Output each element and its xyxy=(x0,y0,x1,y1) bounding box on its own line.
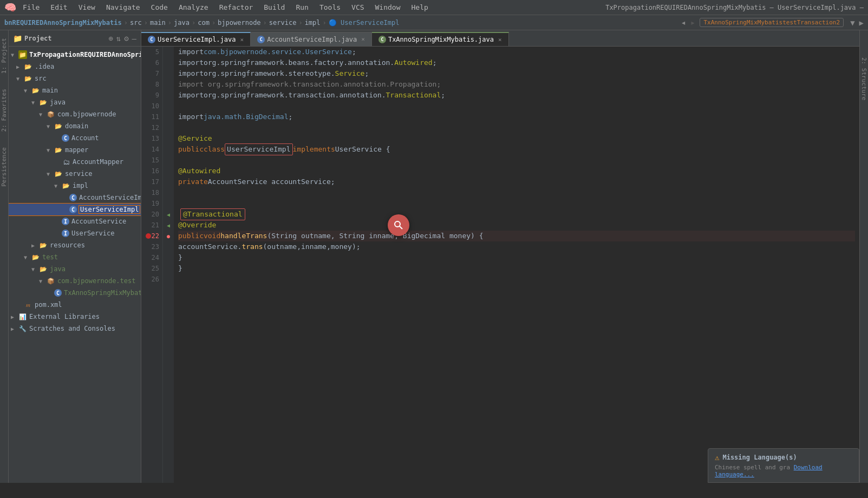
menu-code[interactable]: Code xyxy=(147,2,172,12)
breadcrumb-class[interactable]: 🔵 UserServiceImpl xyxy=(329,19,400,27)
gutter: ◀ ◀ ● xyxy=(163,47,174,483)
tab-close-userserviceimpl[interactable]: × xyxy=(240,36,244,43)
code-content[interactable]: import com.bjpowernode.service.UserServi… xyxy=(174,47,859,483)
sidebar-tab-favorites[interactable]: 2: Favorites xyxy=(0,87,9,134)
window-title: TxPropagationREQUIREDAnnoSpringMixMybati… xyxy=(605,4,864,11)
tree-item-accountmapper[interactable]: ▶ 🗂 AccountMapper xyxy=(9,156,141,168)
breadcrumb-src[interactable]: src xyxy=(130,19,142,27)
breadcrumb-back-icon[interactable]: ◂ xyxy=(681,17,686,28)
tree-item-accountservice[interactable]: ▶ I AccountService xyxy=(9,215,141,227)
tab-txanno[interactable]: C TxAnnoSpringMixMybatis.java × xyxy=(372,32,509,46)
line-7: 7 xyxy=(145,68,159,79)
tree-item-mapper[interactable]: ▼ 📂 mapper xyxy=(9,144,141,156)
breadcrumb-impl[interactable]: impl xyxy=(305,19,321,27)
project-close-btn[interactable]: — xyxy=(132,34,136,43)
menu-refactor[interactable]: Refactor xyxy=(215,2,258,12)
tree-item-scratches[interactable]: ▶ 🔧 Scratches and Consoles xyxy=(9,323,141,335)
tree-label-impl: impl xyxy=(73,182,88,189)
tree-label-scratches: Scratches and Consoles xyxy=(29,325,115,332)
tree-item-accountserviceimpl[interactable]: ▶ C AccountServiceImpl xyxy=(9,192,141,204)
tree-icon-account: C xyxy=(62,134,69,142)
tree-item-userserviceimpl[interactable]: ▶ C UserServiceImpl xyxy=(9,204,141,215)
sidebar-tab-persistence[interactable]: Persistence xyxy=(0,145,9,189)
tree-icon-extlibs: 📊 xyxy=(18,312,27,321)
search-button[interactable] xyxy=(388,214,409,236)
menu-window[interactable]: Window xyxy=(371,2,405,12)
code-line-15 xyxy=(178,155,855,166)
gutter-14 xyxy=(163,144,174,155)
breadcrumb-java[interactable]: java xyxy=(174,19,190,27)
sidebar-tab-structure[interactable]: 2: Structure xyxy=(860,57,867,100)
menu-vcs[interactable]: VCS xyxy=(347,2,368,12)
tree-item-src[interactable]: ▼ 📂 src xyxy=(9,73,141,84)
project-settings-btn[interactable]: ⚙ xyxy=(124,34,128,43)
tree-arrow-test: ▼ xyxy=(24,254,31,260)
warning-icon: ⚠ xyxy=(715,453,719,462)
tree-item-account[interactable]: ▶ C Account xyxy=(9,132,141,144)
tab-label-userserviceimpl: UserServiceImpl.java xyxy=(158,36,236,43)
tree-arrow-resources: ▶ xyxy=(31,243,39,248)
debug-config-label[interactable]: TxAnnoSpringMixMybatistestTransaction2 xyxy=(700,18,844,27)
tree-label-testpkg: com.bjpowernode.test xyxy=(57,277,136,285)
tree-item-pomxml[interactable]: ▶ 𝑚 pom.xml xyxy=(9,299,141,311)
debug-dropdown-icon[interactable]: ▼ xyxy=(850,18,854,27)
tree-item-impl[interactable]: ▼ 📂 impl xyxy=(9,180,141,192)
menu-bar: 🧠 File Edit View Navigate Code Analyze R… xyxy=(0,0,868,15)
tree-item-idea[interactable]: ▶ 📂 .idea xyxy=(9,61,141,73)
code-editor[interactable]: 5 6 7 8 9 10 11 12 13 14 15 16 17 18 19 … xyxy=(141,47,859,483)
breadcrumb-main[interactable]: main xyxy=(150,19,166,27)
breadcrumb-com[interactable]: com xyxy=(198,19,210,27)
tree-item-root[interactable]: ▼ 📁 TxPropagationREQUIREDAnnoSpringMixM.… xyxy=(9,49,141,61)
menu-edit[interactable]: Edit xyxy=(46,2,71,12)
breadcrumb-root[interactable]: bnREQUIREDAnnoSpringMixMybatis xyxy=(4,19,122,27)
menu-file[interactable]: File xyxy=(18,2,44,12)
tree-item-main[interactable]: ▼ 📂 main xyxy=(9,84,141,96)
tree-icon-impl: 📂 xyxy=(62,181,70,190)
debug-run-icon[interactable]: ▶ xyxy=(859,18,864,27)
code-line-16: @Autowired xyxy=(178,166,855,176)
menu-navigate[interactable]: Navigate xyxy=(102,2,145,12)
menu-build[interactable]: Build xyxy=(259,2,289,12)
gutter-8 xyxy=(163,79,174,90)
tree-item-testpkg[interactable]: ▼ 📦 com.bjpowernode.test xyxy=(9,275,141,287)
menu-run[interactable]: Run xyxy=(291,2,312,12)
tree-icon-com: 📦 xyxy=(47,110,55,119)
editor-tabs: C UserServiceImpl.java × C AccountServic… xyxy=(141,30,859,47)
breadcrumb-service[interactable]: service xyxy=(269,19,297,27)
tree-item-resources[interactable]: ▶ 📂 resources xyxy=(9,239,141,251)
breadcrumb-bjpowernode[interactable]: bjpowernode xyxy=(218,19,260,27)
tree-item-com[interactable]: ▼ 📦 com.bjpowernode xyxy=(9,108,141,120)
tree-icon-domain: 📂 xyxy=(54,122,63,130)
tree-item-testjava[interactable]: ▼ 📂 java xyxy=(9,263,141,275)
tree-arrow-scratches: ▶ xyxy=(11,326,18,332)
project-panel: 📁 Project ⊕ ⇅ ⚙ — ▼ 📁 TxPropagationREQUI… xyxy=(9,30,141,483)
editor-area: C UserServiceImpl.java × C AccountServic… xyxy=(141,30,859,483)
breadcrumb-forward-icon[interactable]: ▸ xyxy=(690,17,696,28)
breadcrumb: bnREQUIREDAnnoSpringMixMybatis › src › m… xyxy=(0,15,868,30)
tree-item-extlibs[interactable]: ▶ 📊 External Libraries xyxy=(9,311,141,323)
project-panel-title: Project xyxy=(24,35,52,42)
project-locate-btn[interactable]: ⊕ xyxy=(108,34,113,43)
menu-tools[interactable]: Tools xyxy=(315,2,345,12)
line-14: 14 xyxy=(145,144,159,155)
menu-view[interactable]: View xyxy=(74,2,100,12)
gutter-25 xyxy=(163,263,174,274)
code-line-12 xyxy=(178,122,855,133)
sidebar-tab-project[interactable]: 1: Project xyxy=(0,36,9,76)
tree-label-idea: .idea xyxy=(35,63,54,70)
tree-item-userservice[interactable]: ▶ I UserService xyxy=(9,227,141,239)
tree-item-service[interactable]: ▼ 📂 service xyxy=(9,168,141,180)
tree-item-test[interactable]: ▼ 📂 test xyxy=(9,251,141,263)
tab-accountserviceimpl[interactable]: C AccountServiceImpl.java × xyxy=(251,32,372,46)
menu-help[interactable]: Help xyxy=(407,2,433,12)
tree-item-java[interactable]: ▼ 📂 java xyxy=(9,96,141,108)
menu-analyze[interactable]: Analyze xyxy=(174,2,213,12)
tab-close-accountserviceimpl[interactable]: × xyxy=(361,36,365,43)
tab-close-txanno[interactable]: × xyxy=(498,36,502,43)
tab-userserviceimpl[interactable]: C UserServiceImpl.java × xyxy=(141,32,251,46)
code-line-18 xyxy=(178,187,855,198)
tree-item-domain[interactable]: ▼ 📂 domain xyxy=(9,120,141,132)
tab-icon-txanno: C xyxy=(378,36,386,43)
tree-item-txanno[interactable]: ▶ C TxAnnoSpringMixMybatis xyxy=(9,287,141,299)
project-collapse-btn[interactable]: ⇅ xyxy=(116,34,121,43)
